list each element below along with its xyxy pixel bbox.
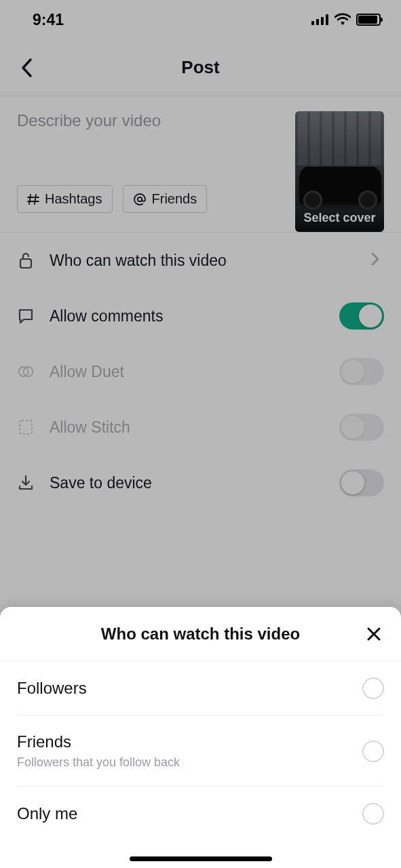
hashtags-label: Hashtags — [45, 191, 102, 207]
stitch-toggle — [339, 414, 384, 441]
duet-label: Allow Duet — [50, 363, 324, 381]
stitch-label: Allow Stitch — [50, 418, 324, 437]
cover-label: Select cover — [295, 205, 384, 232]
option-only-me[interactable]: Only me — [17, 787, 384, 841]
svg-rect-2 — [321, 17, 324, 25]
home-indicator[interactable] — [130, 856, 272, 861]
cover-select-button[interactable]: Select cover — [295, 111, 384, 232]
page-title: Post — [0, 57, 401, 78]
stitch-row: Allow Stitch — [17, 399, 384, 455]
close-button[interactable] — [362, 622, 386, 646]
hashtags-button[interactable]: Hashtags — [17, 185, 113, 213]
duet-row: Allow Duet — [17, 344, 384, 399]
mention-icon — [133, 193, 147, 206]
save-label: Save to device — [50, 474, 324, 492]
cellular-icon — [311, 11, 329, 29]
status-bar: 9:41 — [0, 0, 401, 39]
chevron-right-icon — [370, 252, 384, 269]
hashtag-icon — [27, 193, 39, 205]
description-input[interactable]: Describe your video — [17, 111, 284, 130]
download-icon — [17, 474, 35, 492]
radio-friends[interactable] — [362, 741, 384, 762]
radio-only-me[interactable] — [362, 803, 384, 825]
stitch-icon — [17, 418, 35, 436]
sheet-title: Who can watch this video — [101, 625, 300, 644]
privacy-options: Followers Friends Followers that you fol… — [0, 661, 401, 841]
composer-area: Describe your video Hashtags Friends — [0, 96, 401, 233]
battery-icon — [356, 14, 381, 26]
radio-followers[interactable] — [362, 677, 384, 699]
friends-button[interactable]: Friends — [123, 185, 208, 213]
option-sublabel: Followers that you follow back — [17, 755, 362, 770]
status-time: 9:41 — [33, 11, 64, 29]
friends-label: Friends — [152, 191, 197, 207]
privacy-sheet: Who can watch this video Followers Frien… — [0, 607, 401, 868]
option-friends[interactable]: Friends Followers that you follow back — [17, 716, 384, 787]
option-label: Followers — [17, 679, 362, 698]
comments-label: Allow comments — [50, 307, 324, 326]
lock-icon — [17, 252, 35, 269]
wifi-icon — [335, 11, 351, 29]
option-followers[interactable]: Followers — [17, 661, 384, 716]
svg-rect-8 — [20, 420, 32, 434]
sheet-header: Who can watch this video — [0, 607, 401, 661]
svg-rect-0 — [311, 21, 314, 25]
svg-rect-1 — [316, 19, 319, 25]
svg-rect-5 — [20, 259, 31, 268]
option-label: Friends — [17, 732, 362, 751]
cover-thumbnail — [299, 167, 381, 204]
privacy-label: Who can watch this video — [50, 252, 356, 270]
comment-icon — [17, 307, 35, 325]
save-toggle[interactable] — [339, 469, 384, 496]
option-label: Only me — [17, 804, 362, 823]
status-indicators — [311, 11, 381, 29]
duet-icon — [17, 363, 35, 380]
svg-point-4 — [137, 197, 141, 201]
comments-toggle[interactable] — [339, 302, 384, 330]
close-icon — [366, 626, 382, 642]
settings-list: Who can watch this video Allow comments — [0, 233, 401, 511]
svg-rect-3 — [326, 14, 328, 25]
privacy-row[interactable]: Who can watch this video — [17, 233, 384, 288]
save-row: Save to device — [17, 455, 384, 511]
nav-header: Post — [0, 39, 401, 96]
back-button[interactable] — [12, 53, 42, 83]
comments-row: Allow comments — [17, 288, 384, 344]
chevron-left-icon — [20, 58, 34, 78]
duet-toggle — [339, 358, 384, 385]
